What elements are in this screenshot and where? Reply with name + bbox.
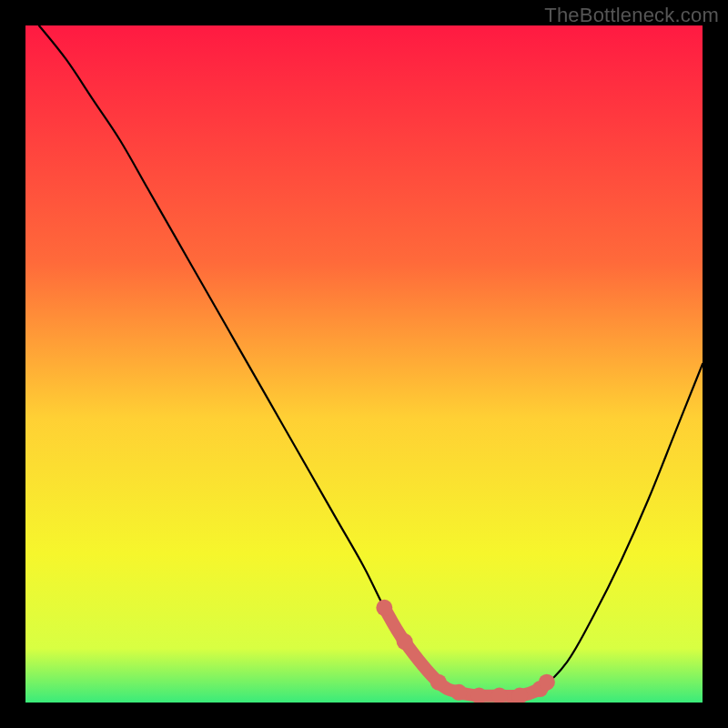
highlight-dot: [376, 600, 392, 616]
chart-frame: TheBottleneck.com: [0, 0, 728, 728]
highlight-dot: [430, 674, 447, 691]
attribution-text: TheBottleneck.com: [544, 4, 719, 27]
bottleneck-curve-chart: [25, 25, 703, 703]
highlight-dot: [450, 684, 467, 701]
plot-area: [25, 25, 703, 703]
highlight-dot: [539, 674, 555, 691]
highlight-dot: [397, 633, 413, 650]
